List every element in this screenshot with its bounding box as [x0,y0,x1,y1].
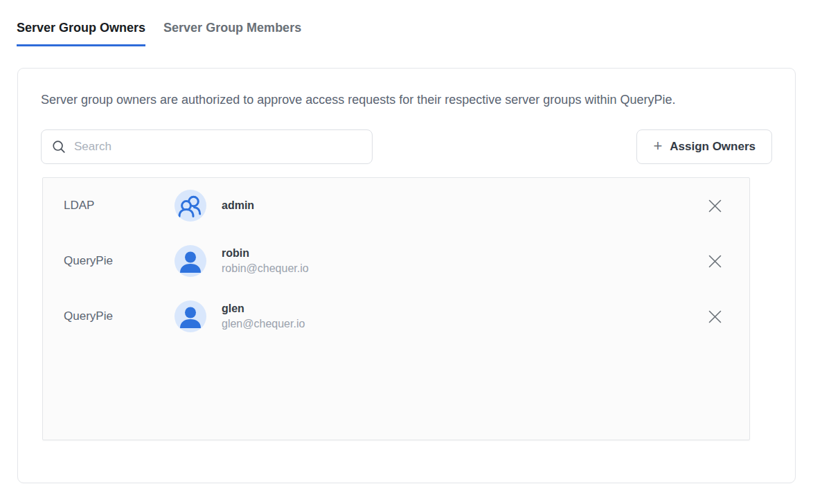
owners-list: LDAP admin [42,177,750,440]
owner-name: glen [222,302,305,316]
owner-email: robin@chequer.io [222,262,309,276]
search-icon [52,140,66,154]
group-avatar-icon [175,190,206,222]
owner-source-label: LDAP [64,199,175,213]
tab-server-group-members[interactable]: Server Group Members [163,19,301,46]
owner-source-label: QueryPie [64,254,175,268]
server-group-owners-card: Server group owners are authorized to ap… [17,68,796,483]
owners-toolbar: + Assign Owners [41,129,772,164]
remove-owner-button[interactable] [703,249,726,273]
owner-source-label: QueryPie [64,309,175,323]
plus-icon: + [653,138,662,154]
owner-row: LDAP admin [43,178,749,233]
tab-bar: Server Group Owners Server Group Members [17,19,301,46]
owner-name: admin [222,199,254,213]
close-icon [708,310,722,323]
owners-description-text: Server group owners are authorized to ap… [41,90,761,109]
close-icon [708,199,722,213]
search-box [41,129,373,164]
assign-owners-button-label: Assign Owners [670,140,756,154]
close-icon [708,255,722,268]
owner-email: glen@chequer.io [222,317,305,331]
remove-owner-button[interactable] [703,305,726,328]
user-avatar-icon [175,245,206,277]
owner-row: QueryPie robin robin@chequer.io [43,233,749,289]
owner-row: QueryPie glen glen@chequer.io [43,289,749,344]
remove-owner-button[interactable] [703,194,726,217]
owner-name: robin [222,246,309,260]
tab-server-group-owners[interactable]: Server Group Owners [17,19,145,46]
user-avatar-icon [175,300,206,332]
assign-owners-button[interactable]: + Assign Owners [636,129,772,164]
server-group-settings-page: Server Group Owners Server Group Members… [0,0,813,504]
search-input[interactable] [74,140,361,154]
